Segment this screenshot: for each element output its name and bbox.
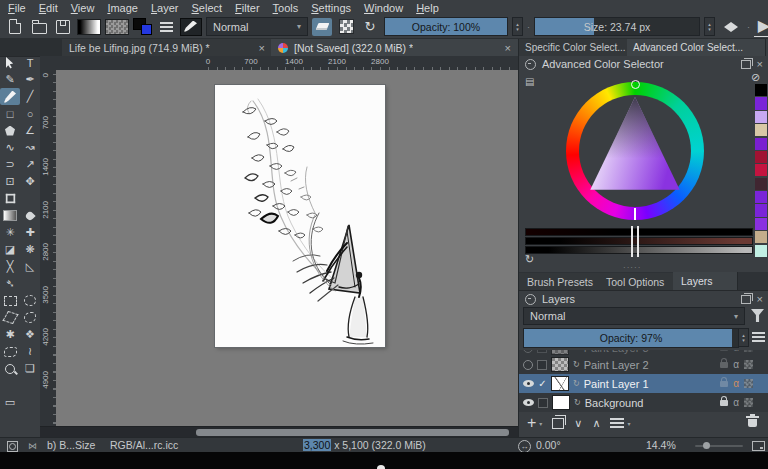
alpha-icon[interactable]: α	[733, 350, 739, 353]
menu-settings[interactable]: Settings	[311, 2, 351, 14]
inherit-alpha-icon[interactable]	[744, 350, 753, 352]
canvas-viewport[interactable]	[56, 70, 518, 426]
history-color-swatch[interactable]	[755, 245, 767, 257]
unlock-icon[interactable]	[720, 350, 728, 351]
layer-opacity-slider[interactable]: Opacity: 97%	[523, 328, 739, 348]
fg-bg-color-chooser[interactable]	[133, 18, 152, 35]
tool-transform[interactable]: ⊡	[0, 173, 20, 190]
layer-checkbox[interactable]	[538, 398, 548, 408]
tool-multibrush[interactable]: ↗	[20, 156, 40, 173]
selection-shape-icon[interactable]: ⋈	[28, 441, 37, 451]
history-color-swatch[interactable]	[755, 164, 767, 176]
save-button[interactable]	[53, 18, 73, 36]
os-taskbar[interactable]	[0, 452, 768, 469]
opacity-spinner[interactable]: ▴▾	[512, 17, 523, 36]
gradient-chooser[interactable]	[77, 19, 101, 35]
hue-marker[interactable]	[631, 80, 640, 89]
menu-view[interactable]: View	[71, 2, 95, 14]
history-color-swatch[interactable]	[755, 84, 767, 96]
tool-freehand-selection[interactable]	[20, 309, 40, 326]
inherit-alpha-icon[interactable]	[744, 379, 753, 388]
tool-colorize-mask[interactable]: ✳	[0, 224, 20, 241]
properties-caret-icon[interactable]: ▾	[627, 420, 630, 427]
canvas-rotation-value[interactable]: 0.00°	[536, 439, 561, 451]
layer-row-background[interactable]: ↻ Background α	[519, 393, 768, 412]
taskbar-launcher-dot[interactable]	[377, 465, 385, 469]
unlock-icon[interactable]	[720, 362, 728, 368]
tab-advanced-color-selector[interactable]: Advanced Color Select...	[627, 39, 766, 56]
history-color-swatch[interactable]	[755, 138, 767, 150]
brush-preset-button[interactable]	[180, 18, 202, 36]
menu-layer[interactable]: Layer	[151, 2, 179, 14]
document-tab-2[interactable]: [Not Saved] (322.0 MiB) * ×	[271, 39, 519, 56]
move-layer-down-button[interactable]: ∨	[574, 417, 582, 430]
tool-text[interactable]: T	[20, 54, 40, 71]
docker-drag-handle[interactable]: ·····	[623, 263, 641, 272]
tool-smart-patch[interactable]: ✚	[20, 224, 40, 241]
history-color-swatch[interactable]	[755, 124, 767, 136]
inherit-alpha-icon[interactable]	[744, 360, 753, 369]
tool-line[interactable]: ╱	[20, 88, 40, 105]
tool-dynamic-brush[interactable]: ⊃	[0, 156, 20, 173]
layer-row-paint1-selected[interactable]: ✓ ↻ Paint Layer 1 α	[519, 374, 768, 393]
history-color-swatch[interactable]	[755, 218, 767, 230]
tool-assistants[interactable]: ▭	[0, 394, 20, 411]
history-color-swatch[interactable]	[755, 97, 767, 109]
tool-calligraphy[interactable]: ✒	[20, 71, 40, 88]
visibility-eye-icon[interactable]	[523, 360, 533, 370]
layer-checkmark[interactable]: ✓	[538, 378, 547, 389]
brush-size-slider[interactable]: Size: 23.74 px	[534, 17, 700, 36]
zoom-slider[interactable]	[695, 445, 743, 447]
float-docker-icon[interactable]	[741, 60, 751, 69]
eraser-mode-button[interactable]	[312, 18, 332, 36]
history-color-swatch[interactable]	[755, 111, 767, 123]
tool-elliptical-selection[interactable]	[20, 292, 40, 309]
add-layer-button[interactable]: +	[527, 416, 536, 430]
history-color-swatch[interactable]	[755, 191, 767, 203]
menu-tools[interactable]: Tools	[273, 2, 299, 14]
float-docker-icon[interactable]	[741, 295, 751, 304]
history-color-swatch[interactable]	[755, 231, 767, 243]
layer-properties-button[interactable]	[610, 418, 624, 428]
tool-measure[interactable]: ◺	[20, 258, 40, 275]
tool-polygon[interactable]	[0, 122, 20, 139]
zoom-percent[interactable]: 14.4%	[646, 439, 676, 451]
tool-crop[interactable]	[0, 190, 20, 207]
close-icon[interactable]: ×	[505, 42, 511, 54]
history-color-swatch[interactable]	[755, 178, 767, 190]
layer-row-paint2[interactable]: ↻ Paint Layer 2 α	[519, 355, 768, 374]
menu-file[interactable]: File	[8, 2, 26, 14]
tool-select-shapes[interactable]	[0, 54, 20, 71]
visibility-eye-icon[interactable]	[523, 380, 534, 387]
color-strip-1[interactable]	[525, 228, 753, 236]
tool-zoom[interactable]	[0, 360, 20, 377]
tab-specific-color-selector[interactable]: Specific Color Select...	[519, 39, 639, 56]
tool-enclose-and-fill[interactable]: ❋	[20, 241, 40, 258]
tool-color-sampler[interactable]	[20, 207, 40, 224]
canvas-only-mode-icon[interactable]	[752, 441, 765, 451]
delete-layer-button[interactable]	[748, 419, 757, 427]
tool-freehand-path[interactable]: ↝	[20, 139, 40, 156]
tool-bezier-selection[interactable]	[0, 343, 20, 360]
tool-similar-color-selection[interactable]: ✱	[0, 326, 20, 343]
alpha-icon[interactable]: α	[733, 378, 739, 389]
tool-move[interactable]: ✥	[20, 173, 40, 190]
open-document-button[interactable]	[29, 18, 49, 36]
tool-pan[interactable]: ❏	[20, 360, 40, 377]
tool-freehand-brush[interactable]	[0, 88, 20, 105]
history-color-swatch[interactable]	[755, 204, 767, 216]
image-dimensions[interactable]: 3,300 x 5,100 (322.0 MiB)	[303, 439, 426, 451]
selection-display-mode-icon[interactable]	[7, 441, 18, 452]
menu-window[interactable]: Window	[364, 2, 403, 14]
color-strip-3[interactable]	[525, 246, 753, 254]
tool-edit-shapes[interactable]: ✎	[0, 71, 20, 88]
inherit-alpha-icon[interactable]	[744, 398, 753, 407]
menu-edit[interactable]: Edit	[39, 2, 58, 14]
tool-rectangular-selection[interactable]	[0, 292, 20, 309]
move-layer-up-button[interactable]: ∧	[592, 417, 600, 430]
tool-polyline[interactable]: ∠	[20, 122, 40, 139]
document-tab-1[interactable]: Life be Lifing.jpg (714.9 MiB) * ×	[62, 39, 273, 56]
scrollbar-handle[interactable]	[196, 429, 509, 436]
pattern-chooser[interactable]	[105, 19, 129, 35]
tool-reference-images[interactable]: ➴	[0, 275, 20, 292]
